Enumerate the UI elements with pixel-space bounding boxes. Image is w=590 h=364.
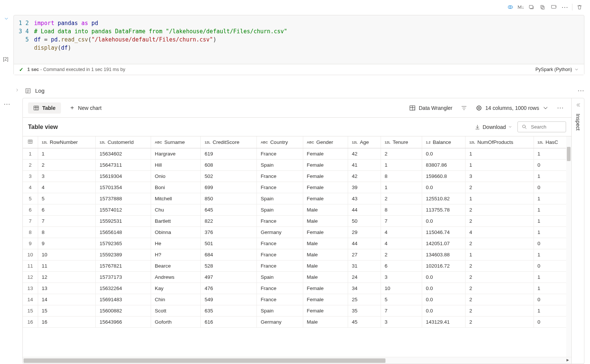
svg-point-12 xyxy=(523,125,526,128)
download-button[interactable]: Download xyxy=(474,124,512,130)
execution-count: [2] xyxy=(3,56,8,62)
status-bar: ✓ 1 sec - Command executed in 1 sec 191 … xyxy=(14,64,584,75)
filter-icon[interactable] xyxy=(458,102,470,114)
table-sub-toolbar: Table view Download xyxy=(23,118,571,136)
log-more-icon[interactable]: ··· xyxy=(578,87,584,95)
horizontal-scrollbar[interactable]: ◄ ► xyxy=(23,357,571,364)
new-chart-button[interactable]: ＋ New chart xyxy=(64,101,107,114)
comment-icon[interactable] xyxy=(549,2,559,12)
code-cell[interactable]: 1 2 3 4 5 import pandas as pd # Load dat… xyxy=(13,15,584,75)
table-row[interactable]: 7715592531Bartlett822FranceMale5070.021 xyxy=(23,216,571,227)
exec-time: 1 sec xyxy=(27,67,39,72)
log-icon xyxy=(25,87,31,94)
data-table: 12LRowNumber12LCustomerIdABCSurname12LCr… xyxy=(23,136,571,328)
venn-icon[interactable] xyxy=(506,2,515,12)
column-header[interactable]: 12LNumOfProducts xyxy=(465,136,534,148)
svg-rect-3 xyxy=(541,5,543,8)
table-row[interactable]: 2215647311Hill608SpainFemale41183807.861… xyxy=(23,160,571,171)
cell-toolbar: M↓ ··· xyxy=(506,2,584,12)
svg-rect-5 xyxy=(551,5,556,8)
table-row[interactable]: 131315632264Kay476FranceFemale34100.021 xyxy=(23,283,571,294)
table-row[interactable]: 8815656148Obinna376GermanyFemale29411504… xyxy=(23,227,571,238)
copy-icon[interactable] xyxy=(538,2,547,12)
table-container[interactable]: 12LRowNumber12LCustomerIdABCSurname12LCr… xyxy=(23,136,571,357)
convert-markdown-button[interactable]: M↓ xyxy=(517,2,525,12)
inspect-sidebar: Inspect xyxy=(571,98,584,364)
table-row[interactable]: 111115767821Bearce528FranceMale316102016… xyxy=(23,260,571,272)
table-row[interactable]: 3315619304Onio502FranceFemale428159660.8… xyxy=(23,171,571,182)
shape-info-button[interactable]: 14 columns, 1000 rows xyxy=(473,102,552,114)
search-box[interactable] xyxy=(517,121,566,132)
column-header[interactable]: ABCSurname xyxy=(151,136,201,148)
column-header[interactable]: 1.2Balance xyxy=(422,136,465,148)
table-row[interactable]: 9915792365He501FranceMale444142051.0720 xyxy=(23,238,571,249)
index-header[interactable] xyxy=(23,136,38,148)
table-view-label: Table xyxy=(42,105,56,111)
svg-point-9 xyxy=(414,109,415,109)
more-icon[interactable]: ··· xyxy=(560,2,570,12)
vertical-scrollbar[interactable] xyxy=(566,136,571,357)
run-below-icon[interactable] xyxy=(526,2,536,12)
table-view-button[interactable]: Table xyxy=(28,102,61,114)
shape-info-label: 14 columns, 1000 rows xyxy=(485,105,539,111)
column-header[interactable]: 12LRowNumber xyxy=(38,136,96,148)
column-header[interactable]: 12LTenure xyxy=(381,136,422,148)
search-input[interactable] xyxy=(530,124,560,130)
svg-rect-4 xyxy=(542,6,544,9)
output-toolbar: Table ＋ New chart Data Wrangler 14 colum… xyxy=(23,98,571,118)
inspect-label[interactable]: Inspect xyxy=(575,114,581,130)
cell-side-more-icon[interactable]: ··· xyxy=(4,100,10,108)
inspect-collapse-icon[interactable] xyxy=(575,102,581,109)
code-editor[interactable]: import pandas as pd # Load data into pan… xyxy=(34,15,584,64)
svg-rect-2 xyxy=(529,5,533,8)
kernel-label: PySpark (Python) xyxy=(535,67,572,72)
new-chart-label: New chart xyxy=(78,105,102,111)
table-row[interactable]: 161615643966Goforth616GermanyMale4531431… xyxy=(23,317,571,328)
table-row[interactable]: 6615574012Chu645SpainMale448113755.7821 xyxy=(23,204,571,216)
log-expand-icon[interactable] xyxy=(13,88,21,93)
column-header[interactable]: 12LCustomerId xyxy=(96,136,151,148)
output-more-icon[interactable]: ··· xyxy=(555,102,566,114)
output-panel: Table ＋ New chart Data Wrangler 14 colum… xyxy=(22,98,584,364)
table-row[interactable]: 151515600882Scott635SpainFemale3570.021 xyxy=(23,305,571,317)
table-row[interactable]: 4415701354Boni699FranceFemale3910.020 xyxy=(23,182,571,193)
table-view-title: Table view xyxy=(28,124,58,130)
table-row[interactable]: 101015592389H?684FranceMale272134603.881… xyxy=(23,249,571,260)
success-icon: ✓ xyxy=(19,67,24,73)
column-header[interactable]: 12LHasC xyxy=(534,136,571,148)
table-row[interactable]: 141415691483Chin549FranceFemale2550.020 xyxy=(23,294,571,305)
log-section: Log ··· xyxy=(13,87,584,95)
svg-rect-13 xyxy=(28,140,33,143)
kernel-selector[interactable]: PySpark (Python) xyxy=(535,67,579,72)
log-label: Log xyxy=(35,87,44,94)
svg-rect-7 xyxy=(34,106,39,110)
column-header[interactable]: ABCCountry xyxy=(257,136,303,148)
collapse-cell-icon[interactable] xyxy=(0,15,13,22)
data-wrangler-button[interactable]: Data Wrangler xyxy=(406,102,455,114)
table-row[interactable]: 1115634602Hargrave619FranceFemale4220.01… xyxy=(23,148,571,160)
data-wrangler-label: Data Wrangler xyxy=(419,105,452,111)
table-row[interactable]: 5515737888Mitchell850SpainFemale43212551… xyxy=(23,193,571,204)
line-numbers: 1 2 3 4 5 xyxy=(14,15,34,64)
column-header[interactable]: 12LAge xyxy=(348,136,381,148)
delete-icon[interactable] xyxy=(575,2,584,12)
svg-point-11 xyxy=(478,107,480,109)
column-header[interactable]: ABCGender xyxy=(303,136,348,148)
table-row[interactable]: 121215737173Andrews497SpainMale2430.021 xyxy=(23,272,571,283)
exec-detail: - Command executed in 1 sec 191 ms by xyxy=(40,67,125,72)
download-label: Download xyxy=(483,124,506,130)
column-header[interactable]: 12LCreditScore xyxy=(201,136,257,148)
